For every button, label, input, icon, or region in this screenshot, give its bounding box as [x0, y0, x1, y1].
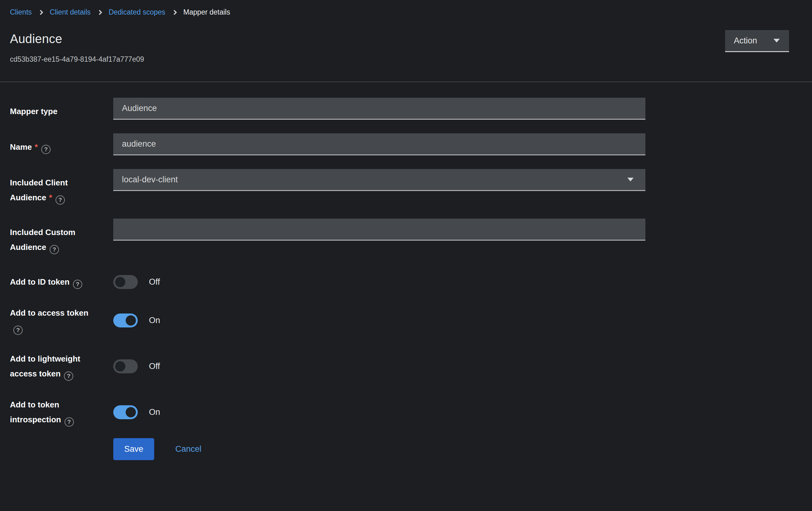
field-label-included-custom-audience: Included Custom Audience? [10, 219, 113, 254]
switch-state-label: Off [149, 277, 160, 287]
mapper-form: Mapper type Name*? Included Client Audie… [10, 83, 645, 460]
save-button[interactable]: Save [113, 438, 154, 460]
field-control: Off [113, 268, 645, 289]
name-input[interactable] [113, 133, 645, 155]
required-asterisk: * [49, 193, 52, 202]
field-label-mapper-type: Mapper type [10, 98, 113, 120]
switch-knob [126, 315, 136, 326]
field-label-add-to-id-token: Add to ID token? [10, 268, 113, 289]
mapper-type-input[interactable] [113, 98, 645, 120]
add-to-access-token-switch[interactable] [113, 313, 138, 327]
field-control [113, 133, 645, 155]
form-row-mapper-type: Mapper type [10, 98, 645, 120]
switch-knob [115, 361, 125, 371]
help-icon[interactable]: ? [13, 326, 23, 335]
field-label-text: Name [10, 142, 32, 152]
add-to-lightweight-access-token-switch[interactable] [113, 359, 138, 373]
field-label-add-to-access-token: Add to access token? [10, 299, 113, 335]
field-control: On [113, 391, 645, 427]
field-label-text: Included Custom Audience [10, 228, 76, 252]
form-row-add-to-id-token: Add to ID token? Off [10, 268, 645, 289]
cancel-link[interactable]: Cancel [175, 444, 201, 454]
client-id-subtitle: cd53b387-ee15-4a79-8194-4af17a777e09 [10, 55, 144, 64]
action-dropdown-button[interactable]: Action [725, 30, 789, 52]
breadcrumb-current-mapper-details: Mapper details [183, 8, 230, 17]
included-client-audience-select[interactable]: local-dev-client [113, 169, 645, 191]
page-title: Audience [10, 32, 62, 46]
help-icon[interactable]: ? [64, 371, 73, 381]
field-label-name: Name*? [10, 133, 113, 155]
field-control [113, 98, 645, 120]
help-icon[interactable]: ? [56, 196, 65, 205]
field-label-text: Add to ID token [10, 277, 69, 287]
switch-state-label: On [149, 315, 160, 325]
required-asterisk: * [35, 142, 38, 152]
form-row-included-custom-audience: Included Custom Audience? [10, 219, 645, 254]
chevron-right-icon [172, 10, 177, 15]
actions-spacer [10, 438, 113, 460]
action-dropdown-label: Action [734, 36, 757, 46]
help-icon[interactable]: ? [73, 280, 82, 289]
help-icon[interactable]: ? [41, 145, 51, 154]
field-control: On [113, 299, 645, 335]
field-label-add-to-lightweight-access-token: Add to lightweight access token? [10, 345, 113, 381]
form-row-add-to-lightweight-access-token: Add to lightweight access token? Off [10, 345, 645, 381]
field-control: Off [113, 345, 645, 381]
field-control: local-dev-client [113, 169, 645, 205]
chevron-right-icon [38, 10, 44, 15]
add-to-id-token-switch[interactable] [113, 275, 138, 289]
chevron-right-icon [97, 10, 103, 15]
form-row-name: Name*? [10, 133, 645, 155]
switch-state-label: On [149, 408, 160, 417]
field-label-text: Add to token introspection [10, 400, 61, 424]
help-icon[interactable]: ? [50, 245, 59, 254]
breadcrumb-link-client-details[interactable]: Client details [50, 8, 91, 17]
field-label-text: Mapper type [10, 107, 57, 116]
form-row-add-to-access-token: Add to access token? On [10, 299, 645, 335]
breadcrumb: Clients Client details Dedicated scopes … [10, 8, 230, 17]
form-row-included-client-audience: Included Client Audience*? local-dev-cli… [10, 169, 645, 205]
form-row-add-to-token-introspection: Add to token introspection? On [10, 391, 645, 427]
page-header: Clients Client details Dedicated scopes … [0, 0, 812, 82]
switch-state-label: Off [149, 362, 160, 371]
field-label-add-to-token-introspection: Add to token introspection? [10, 391, 113, 427]
breadcrumb-link-clients[interactable]: Clients [10, 8, 32, 17]
field-control: Save Cancel [113, 438, 645, 460]
field-label-text: Add to access token [10, 308, 88, 318]
caret-down-icon [774, 39, 780, 42]
switch-knob [126, 407, 136, 417]
help-icon[interactable]: ? [64, 417, 74, 427]
breadcrumb-link-dedicated-scopes[interactable]: Dedicated scopes [109, 8, 165, 17]
field-control [113, 219, 645, 254]
included-custom-audience-input[interactable] [113, 219, 645, 241]
add-to-token-introspection-switch[interactable] [113, 405, 138, 419]
caret-down-icon [628, 178, 634, 181]
selected-option-label: local-dev-client [122, 175, 178, 184]
form-actions: Save Cancel [10, 438, 645, 460]
field-label-included-client-audience: Included Client Audience*? [10, 169, 113, 205]
switch-knob [115, 277, 125, 287]
